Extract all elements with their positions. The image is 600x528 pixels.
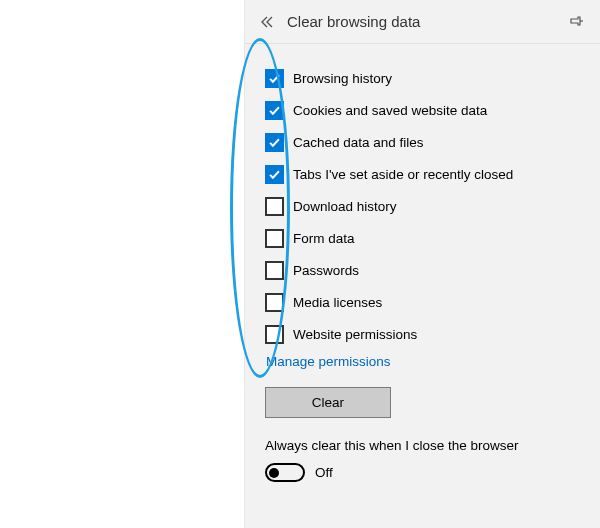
checkbox-label: Form data: [293, 231, 355, 246]
checkbox-row[interactable]: Tabs I've set aside or recently closed: [265, 158, 578, 190]
pin-icon: [568, 14, 584, 30]
toggle-knob: [269, 468, 279, 478]
checkbox[interactable]: [265, 197, 284, 216]
panel-title: Clear browsing data: [287, 13, 562, 30]
checkbox-label: Passwords: [293, 263, 359, 278]
check-icon: [268, 136, 281, 149]
checkbox-label: Download history: [293, 199, 397, 214]
check-icon: [268, 72, 281, 85]
checkbox-label: Cached data and files: [293, 135, 424, 150]
checkbox-row[interactable]: Website permissions: [265, 318, 578, 350]
autoclear-toggle-row: Off: [265, 463, 578, 482]
chevrons-left-icon: [259, 14, 275, 30]
checkbox-label: Cookies and saved website data: [293, 103, 487, 118]
checkbox[interactable]: [265, 229, 284, 248]
checkbox[interactable]: [265, 101, 284, 120]
checkbox-row[interactable]: Form data: [265, 222, 578, 254]
checkbox-row[interactable]: Browsing history: [265, 62, 578, 94]
options-list: Browsing historyCookies and saved websit…: [265, 62, 578, 350]
autoclear-label: Always clear this when I close the brows…: [265, 438, 578, 453]
autoclear-state: Off: [315, 465, 333, 480]
checkbox-row[interactable]: Passwords: [265, 254, 578, 286]
checkbox-label: Website permissions: [293, 327, 417, 342]
checkbox[interactable]: [265, 293, 284, 312]
panel-body: Browsing historyCookies and saved websit…: [245, 44, 600, 482]
checkbox-row[interactable]: Cached data and files: [265, 126, 578, 158]
checkbox[interactable]: [265, 133, 284, 152]
pin-button[interactable]: [562, 8, 590, 36]
manage-permissions-row: Manage permissions: [266, 352, 578, 379]
checkbox[interactable]: [265, 261, 284, 280]
checkbox-row[interactable]: Download history: [265, 190, 578, 222]
checkbox[interactable]: [265, 165, 284, 184]
checkbox[interactable]: [265, 325, 284, 344]
checkbox-label: Browsing history: [293, 71, 392, 86]
autoclear-section: Always clear this when I close the brows…: [265, 438, 578, 482]
panel-header: Clear browsing data: [245, 0, 600, 44]
checkbox-row[interactable]: Media licenses: [265, 286, 578, 318]
clear-browsing-data-panel: Clear browsing data Browsing historyCook…: [244, 0, 600, 528]
checkbox-row[interactable]: Cookies and saved website data: [265, 94, 578, 126]
check-icon: [268, 104, 281, 117]
back-button[interactable]: [253, 8, 281, 36]
manage-permissions-link[interactable]: Manage permissions: [266, 354, 391, 369]
autoclear-toggle[interactable]: [265, 463, 305, 482]
checkbox-label: Tabs I've set aside or recently closed: [293, 167, 513, 182]
checkbox[interactable]: [265, 69, 284, 88]
checkbox-label: Media licenses: [293, 295, 382, 310]
clear-button[interactable]: Clear: [265, 387, 391, 418]
check-icon: [268, 168, 281, 181]
